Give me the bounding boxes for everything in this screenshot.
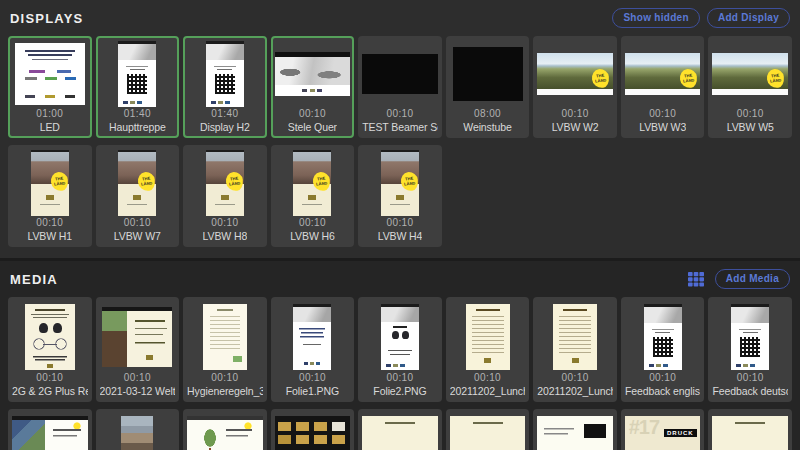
qr-thumbnail: [206, 41, 244, 107]
display-card[interactable]: THE LÄND 00:10 LVBW W7: [96, 145, 180, 247]
show-hidden-button[interactable]: Show hidden: [612, 8, 700, 28]
display-card[interactable]: 01:00 LED: [8, 36, 92, 138]
qr-thumbnail: [118, 41, 156, 107]
item-name: LVBW W2: [552, 120, 599, 134]
displays-grid: 01:00 LED 01:40 Haupttreppe 01:40 Displa…: [8, 36, 792, 247]
thumbnail-wrap: [100, 302, 176, 371]
media-card[interactable]: #17DRUCK: [621, 409, 705, 450]
duration-label: 01:00: [36, 107, 63, 120]
media-card[interactable]: 00:10 2021-03-12 Weltbo...: [96, 297, 180, 402]
item-name: LVBW H8: [203, 229, 248, 243]
media-card[interactable]: 00:10 2G & 2G Plus Rege...: [8, 297, 92, 402]
display-card[interactable]: 08:00 Weinstube: [446, 36, 530, 138]
part-of-the-laend-badge: THE LÄND: [766, 68, 785, 89]
media-card[interactable]: [358, 409, 442, 450]
lvbw-h-thumbnail: THE LÄND: [293, 150, 331, 216]
thumbnail-wrap: [450, 41, 526, 107]
media-card[interactable]: 00:10 Hygieneregeln_38...: [183, 297, 267, 402]
media-card[interactable]: 00:10 20211202_Lunch_e...: [446, 297, 530, 402]
duration-label: 00:10: [649, 107, 676, 120]
druck-thumbnail: #17DRUCK: [625, 416, 701, 450]
display-card[interactable]: THE LÄND 00:10 LVBW W5: [708, 36, 792, 138]
item-name: LVBW W7: [114, 229, 161, 243]
display-card[interactable]: 00:10 TEST Beamer Schl...: [358, 36, 442, 138]
duration-label: 00:10: [36, 371, 63, 384]
led-thumbnail: [15, 43, 85, 105]
display-card[interactable]: THE LÄND 00:10 LVBW H6: [271, 145, 355, 247]
display-card[interactable]: THE LÄND 00:10 LVBW H1: [8, 145, 92, 247]
duration-label: 00:10: [211, 371, 238, 384]
duration-label: 01:40: [211, 107, 238, 120]
item-name: Feedback englisc...: [625, 384, 701, 398]
media-card[interactable]: 00:10 20211202_Lunch_d...: [533, 297, 617, 402]
thumbnail-wrap: [712, 414, 788, 450]
qr-thumbnail: [644, 304, 682, 370]
black-thumbnail: [362, 54, 438, 94]
item-name: 20211202_Lunch_e...: [450, 384, 526, 398]
duration-label: 00:10: [649, 371, 676, 384]
white-wide-thumbnail: [537, 416, 613, 450]
item-name: Folie1.PNG: [286, 384, 339, 398]
part-of-the-laend-badge: THE LÄND: [50, 171, 69, 192]
thumbnail-wrap: THE LÄND: [625, 41, 701, 107]
duration-label: 00:10: [386, 216, 413, 229]
thumbnail-wrap: THE LÄND: [362, 150, 438, 216]
item-name: Feedback deutsc...: [712, 384, 788, 398]
thumbnail-wrap: THE LÄND: [100, 150, 176, 216]
display-card[interactable]: THE LÄND 00:10 LVBW W2: [533, 36, 617, 138]
item-name: Stele Quer: [288, 120, 337, 134]
media-section: MEDIA Add Media 00:10 2G & 2G Plus Rege.…: [0, 258, 800, 450]
media-card[interactable]: 00:10 Feedback englisc...: [621, 297, 705, 402]
item-name: LVBW H6: [290, 229, 335, 243]
media-card[interactable]: [708, 409, 792, 450]
thumbnail-wrap: [100, 414, 176, 450]
display-card[interactable]: THE LÄND 00:10 LVBW W3: [621, 36, 705, 138]
thumbnail-wrap: [362, 414, 438, 450]
display-card[interactable]: 00:10 Stele Quer: [271, 36, 355, 138]
display-card[interactable]: 01:40 Haupttreppe: [96, 36, 180, 138]
item-name: Hygieneregeln_38...: [187, 384, 263, 398]
thumbnail-wrap: THE LÄND: [187, 150, 263, 216]
thumbnail-wrap: [100, 41, 176, 107]
cream-wide-thumbnail: [712, 416, 788, 450]
item-name: LED: [40, 120, 60, 134]
duration-label: 00:10: [562, 371, 589, 384]
thumbnail-wrap: [362, 302, 438, 371]
add-display-button[interactable]: Add Display: [707, 8, 790, 28]
thumbnail-wrap: [187, 41, 263, 107]
thumbnail-overlay-label: DRUCK: [664, 429, 697, 437]
displays-title: DISPLAYS: [10, 11, 83, 26]
display-card[interactable]: THE LÄND 00:10 LVBW H8: [183, 145, 267, 247]
thumbnail-wrap: [450, 302, 526, 371]
add-media-button[interactable]: Add Media: [715, 269, 790, 289]
thumbnail-wrap: [12, 414, 88, 450]
media-card[interactable]: [8, 409, 92, 450]
media-card[interactable]: 00:10 Feedback deutsc...: [708, 297, 792, 402]
cream-wide-thumbnail: [362, 416, 438, 450]
lvbw-w-thumbnail: THE LÄND: [537, 53, 613, 95]
media-card[interactable]: [533, 409, 617, 450]
item-name: LVBW W5: [727, 120, 774, 134]
media-card[interactable]: 00:10 Folie2.PNG: [358, 297, 442, 402]
media-card[interactable]: [96, 409, 180, 450]
media-card[interactable]: [271, 409, 355, 450]
duration-label: 00:10: [386, 107, 413, 120]
lvbw-w-thumbnail: THE LÄND: [625, 53, 701, 95]
thumbnail-wrap: [362, 41, 438, 107]
thumbnail-overlay-number: #17: [629, 416, 659, 439]
thumbnail-wrap: [712, 302, 788, 371]
media-card[interactable]: [183, 409, 267, 450]
duration-label: 00:10: [299, 371, 326, 384]
part-of-the-laend-badge: THE LÄND: [312, 171, 331, 192]
thumbnail-wrap: THE LÄND: [275, 150, 351, 216]
grid-view-icon[interactable]: [688, 272, 704, 287]
weltbo-thumbnail: [102, 307, 172, 367]
media-actions: Add Media: [688, 269, 790, 289]
media-card[interactable]: [446, 409, 530, 450]
display-card[interactable]: THE LÄND 00:10 LVBW H4: [358, 145, 442, 247]
lvbw-w-thumbnail: THE LÄND: [712, 53, 788, 95]
qr-thumbnail: [731, 304, 769, 370]
media-card[interactable]: 00:10 Folie1.PNG: [271, 297, 355, 402]
display-card[interactable]: 01:40 Display H2: [183, 36, 267, 138]
lvbw-h-thumbnail: THE LÄND: [118, 150, 156, 216]
